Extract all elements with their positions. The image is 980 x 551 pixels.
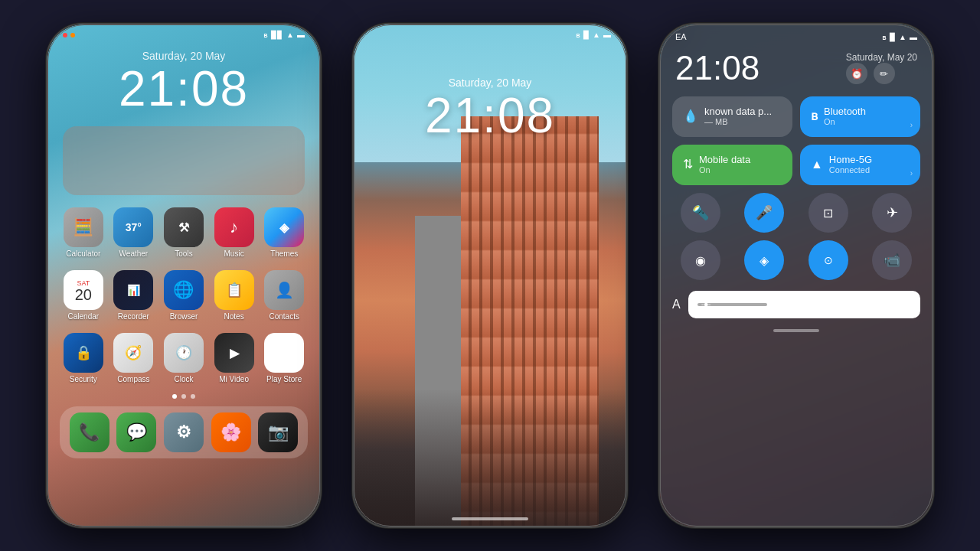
app-clock[interactable]: 🕐 Clock <box>160 333 207 383</box>
cc-carrier: EA <box>675 32 687 41</box>
settings-icon: ⚙ <box>164 412 204 452</box>
system-icons: ʙ ▉▊ ▲ ▬ <box>263 31 305 39</box>
cc-mobile-data-tile[interactable]: ⇅ Mobile data On <box>672 145 792 185</box>
cc-brightness-slider[interactable]: ☀ <box>688 291 920 318</box>
cc-bluetooth-tile[interactable]: ʙ Bluetooth On › <box>800 96 920 137</box>
orange-dot <box>70 33 75 37</box>
cc-mobile-sub: On <box>699 165 750 174</box>
cc-bluetooth-arrow: › <box>910 121 913 129</box>
cc-quick-row2: ◉ ◈ ⊙ 📹 <box>660 240 933 288</box>
tools-icon: ⚒ <box>164 207 204 247</box>
cc-clock-left: 21:08 <box>675 49 760 87</box>
calculator-icon: 🧮 <box>64 207 103 247</box>
cc-font-icon: A <box>672 298 681 311</box>
mivideo-icon: ▶ <box>214 333 254 373</box>
power-button[interactable] <box>320 132 322 178</box>
cc-wifi-tile-icon: ▲ <box>811 158 823 171</box>
app-grid-row3: 🔒 Security 🧭 Compass 🕐 Clock ▶ Mi Video … <box>47 327 320 390</box>
app-compass[interactable]: 🧭 Compass <box>110 333 158 383</box>
status-indicators <box>63 33 75 37</box>
app-calculator[interactable]: 🧮 Calculator <box>60 207 107 258</box>
cc-home-indicator[interactable] <box>773 329 819 332</box>
status-bar: ʙ ▉▊ ▲ ▬ <box>47 24 320 42</box>
app-tools[interactable]: ⚒ Tools <box>160 207 207 258</box>
browser-icon: 🌐 <box>164 270 204 310</box>
cc-screen-btn[interactable]: ⊡ <box>808 193 848 233</box>
cc-wifi-tile[interactable]: ▲ Home-5G Connected › <box>800 145 920 185</box>
dock-messages[interactable]: 💬 <box>116 412 156 452</box>
cc-bluetooth-sub: On <box>824 117 866 126</box>
notes-icon: 📋 <box>214 270 254 310</box>
bluetooth-icon: ʙ <box>263 31 268 39</box>
app-grid-row2: SAT 20 Calendar 📊 Recorder 🌐 Browser 📋 N… <box>47 264 320 327</box>
cc-status-bar: EA ʙ ▉ ▲ ▬ <box>660 24 933 46</box>
lock-battery-icon: ▬ <box>603 31 611 39</box>
compass-icon: 🧭 <box>113 333 153 373</box>
cc-data-icon: 💧 <box>683 109 698 123</box>
app-security[interactable]: 🔒 Security <box>60 333 107 383</box>
cc-video-btn[interactable]: 📹 <box>872 240 912 280</box>
clock-area: Saturday, 20 May 21:08 <box>47 42 320 120</box>
cc-brightness-row: A ☀ <box>660 288 933 326</box>
notes-label: Notes <box>224 312 244 321</box>
app-mivideo[interactable]: ▶ Mi Video <box>211 333 258 383</box>
battery-icon: ▬ <box>297 31 305 39</box>
dock-phone[interactable]: 📞 <box>70 412 109 452</box>
app-notes[interactable]: 📋 Notes <box>211 270 258 321</box>
app-calendar[interactable]: SAT 20 Calendar <box>60 270 107 321</box>
music-label: Music <box>224 249 244 258</box>
app-themes[interactable]: ◈ Themes <box>260 207 308 258</box>
page-dot-1[interactable] <box>172 394 177 399</box>
widget[interactable] <box>63 126 305 195</box>
cc-power-button[interactable] <box>933 132 934 178</box>
security-icon: 🔒 <box>64 333 103 373</box>
camera-icon: 📷 <box>258 412 298 452</box>
home-date: Saturday, 20 May <box>47 50 320 62</box>
cc-data-title: known data p... <box>704 106 772 117</box>
app-recorder[interactable]: 📊 Recorder <box>110 270 158 321</box>
page-dot-3[interactable] <box>191 394 195 399</box>
cc-alarm-icon[interactable]: ⏰ <box>846 63 867 84</box>
gallery-icon: 🌸 <box>211 412 251 452</box>
lock-power-button[interactable] <box>626 132 628 178</box>
app-playstore[interactable]: ▶ Play Store <box>260 333 308 383</box>
weather-label: Weather <box>119 249 149 258</box>
app-browser[interactable]: 🌐 Browser <box>160 270 207 321</box>
cc-mic-btn[interactable]: 🎤 <box>744 193 784 233</box>
cc-rotate-btn[interactable]: ⊙ <box>808 240 848 280</box>
cc-flashlight-btn[interactable]: 🔦 <box>681 193 720 233</box>
lock-wifi-icon: ▲ <box>593 31 600 39</box>
lock-signal-icon: ▉ <box>583 31 590 39</box>
page-dots <box>47 390 320 403</box>
home-indicator[interactable] <box>452 517 528 520</box>
messages-icon: 💬 <box>116 412 156 452</box>
dock-gallery[interactable]: 🌸 <box>211 412 251 452</box>
dock-settings[interactable]: ⚙ <box>164 412 204 452</box>
wifi-icon: ▲ <box>286 31 294 39</box>
weather-icon: 37° <box>113 207 153 247</box>
cc-edit-icon[interactable]: ✏ <box>874 63 895 84</box>
app-contacts[interactable]: 👤 Contacts <box>260 270 308 321</box>
cc-wifi-title: Home-5G <box>829 154 872 165</box>
security-label: Security <box>70 375 97 383</box>
cc-mobile-icon: ⇅ <box>683 157 693 171</box>
contacts-icon: 👤 <box>264 270 304 310</box>
cc-location-btn[interactable]: ◈ <box>744 240 784 280</box>
cc-data-tile[interactable]: 💧 known data p... — MB <box>672 96 792 137</box>
calendar-label: Calendar <box>68 312 100 321</box>
page-dot-2[interactable] <box>181 394 186 399</box>
dock-camera[interactable]: 📷 <box>258 412 298 452</box>
phone-icon: 📞 <box>70 412 109 452</box>
cc-time: 21:08 <box>675 49 760 87</box>
cc-bluetooth-header: ʙ Bluetooth On <box>811 106 910 126</box>
app-music[interactable]: ♪ Music <box>211 207 258 258</box>
app-weather[interactable]: 37° Weather <box>110 207 158 258</box>
home-time: 21:08 <box>47 62 320 116</box>
recorder-label: Recorder <box>118 312 149 321</box>
cc-system-icons: ʙ ▉ ▲ ▬ <box>882 33 917 41</box>
cc-date: Saturday, May 20 <box>846 52 917 63</box>
clock-icon: 🕐 <box>164 333 204 373</box>
cc-airplane-btn[interactable]: ✈ <box>872 193 912 233</box>
mivideo-label: Mi Video <box>219 375 249 383</box>
cc-eye-btn[interactable]: ◉ <box>681 240 720 280</box>
